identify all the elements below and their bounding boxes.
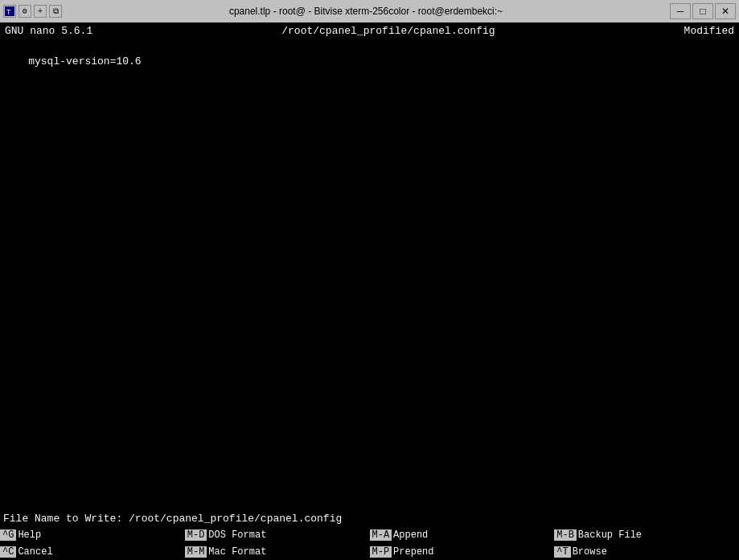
footer-row-1: ^G Help M-D DOS Format M-A Append M-B Ba… xyxy=(0,526,739,543)
nano-filepath: /root/cpanel_profile/cpanel.config xyxy=(97,25,679,37)
nano-header: GNU nano 5.6.1 /root/cpanel_profile/cpan… xyxy=(0,22,739,39)
nano-modified: Modified xyxy=(679,25,739,37)
key-m-m: M-M xyxy=(185,546,207,558)
footer-item-browse[interactable]: ^T Browse xyxy=(554,546,739,558)
editor-content: mysql-version=10.6 xyxy=(3,40,736,84)
maximize-button[interactable]: □ xyxy=(692,3,713,19)
editor-line-1: mysql-version=10.6 xyxy=(28,55,141,67)
duplicate-icon[interactable]: ⧉ xyxy=(49,5,62,18)
footer-item-cancel[interactable]: ^C Cancel xyxy=(0,546,185,558)
label-help: Help xyxy=(18,529,41,541)
bottom-prompt-text: File Name to Write: /root/cpanel_profile… xyxy=(3,513,342,525)
settings-icon[interactable]: ⚙ xyxy=(18,5,31,18)
footer-item-append[interactable]: M-A Append xyxy=(370,529,555,541)
label-cancel: Cancel xyxy=(18,546,52,558)
key-m-b: M-B xyxy=(554,529,577,541)
svg-text:T: T xyxy=(6,8,11,16)
nano-version: GNU nano 5.6.1 xyxy=(0,25,97,37)
label-mac-format: Mac Format xyxy=(208,546,266,558)
footer-item-help[interactable]: ^G Help xyxy=(0,529,185,541)
title-text: cpanel.tlp - root@ - Bitvise xterm-256co… xyxy=(65,6,667,17)
new-icon[interactable]: + xyxy=(34,5,47,18)
app-icon: T xyxy=(3,5,16,18)
footer-row-2: ^C Cancel M-M Mac Format M-P Prepend ^T … xyxy=(0,543,739,560)
title-bar-icons: T ⚙ + ⧉ xyxy=(3,5,62,18)
footer-item-dos-format[interactable]: M-D DOS Format xyxy=(185,529,370,541)
key-ctrl-g: ^G xyxy=(0,529,16,541)
key-m-p: M-P xyxy=(370,546,392,558)
footer-item-prepend[interactable]: M-P Prepend xyxy=(370,546,555,558)
key-ctrl-t: ^T xyxy=(554,546,570,558)
label-append: Append xyxy=(393,529,428,541)
footer-item-backup[interactable]: M-B Backup File xyxy=(554,529,739,541)
close-button[interactable]: ✕ xyxy=(715,3,736,19)
key-m-d: M-D xyxy=(185,529,207,541)
footer-item-mac-format[interactable]: M-M Mac Format xyxy=(185,546,370,558)
footer: ^G Help M-D DOS Format M-A Append M-B Ba… xyxy=(0,526,739,560)
key-m-a: M-A xyxy=(370,529,392,541)
label-dos-format: DOS Format xyxy=(208,529,266,541)
key-ctrl-c: ^C xyxy=(0,546,16,558)
window-controls: ─ □ ✕ xyxy=(670,3,736,19)
bottom-prompt: File Name to Write: /root/cpanel_profile… xyxy=(0,510,739,526)
label-browse: Browse xyxy=(573,546,607,558)
title-bar: T ⚙ + ⧉ cpanel.tlp - root@ - Bitvise xte… xyxy=(0,0,739,22)
label-backup: Backup File xyxy=(578,529,642,541)
editor-area[interactable]: mysql-version=10.6 xyxy=(0,39,739,510)
label-prepend: Prepend xyxy=(393,546,433,558)
minimize-button[interactable]: ─ xyxy=(670,3,691,19)
